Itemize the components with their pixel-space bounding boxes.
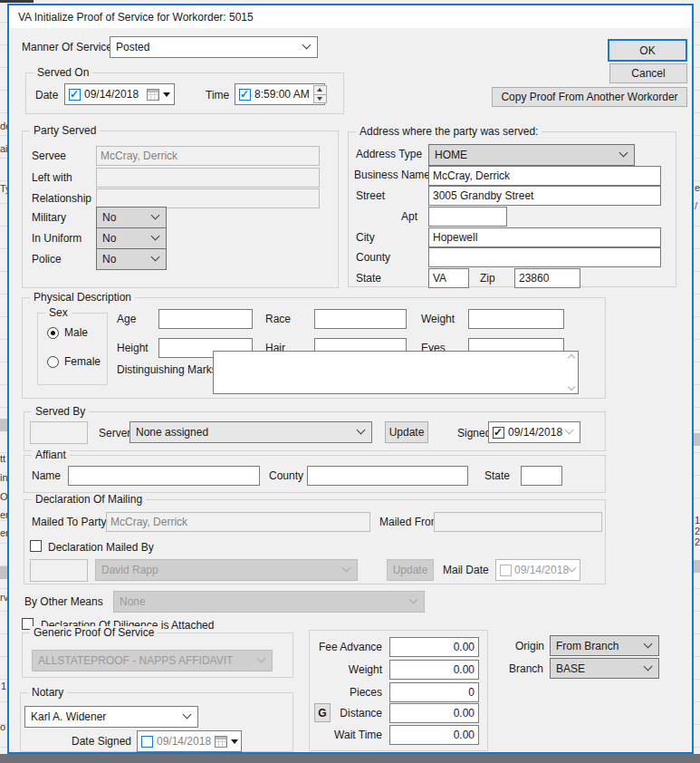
race-field[interactable] (314, 309, 407, 329)
in-uniform-label: In Uniform (32, 232, 82, 245)
declaration-mailed-by-checkbox[interactable] (30, 540, 42, 552)
female-radio[interactable] (47, 356, 59, 368)
branch-label: Branch (509, 662, 543, 675)
distinguishing-marks-textarea[interactable] (213, 351, 579, 394)
scrollbar-up-icon[interactable] (567, 354, 574, 362)
scrollbar-down-icon[interactable] (567, 383, 574, 391)
affiant-name-label: Name (32, 469, 61, 482)
notary-combo[interactable]: Karl A. Widener (24, 706, 198, 728)
pieces-field[interactable] (389, 682, 479, 702)
cancel-button[interactable]: Cancel (609, 63, 687, 83)
chevron-down-icon (644, 639, 653, 648)
county-label: County (356, 251, 390, 264)
physical-description-group-title: Physical Description (30, 291, 135, 304)
manner-of-service-combo[interactable]: Posted (110, 36, 318, 58)
distinguishing-marks-label: Distinguishing Marks (117, 363, 217, 376)
caret-down-icon[interactable] (163, 92, 170, 97)
address-type-combo[interactable]: HOME (428, 144, 635, 166)
signed-checkbox[interactable] (493, 427, 504, 439)
state-field[interactable] (428, 268, 469, 288)
background-window-left (0, 0, 7, 754)
notary-date-checkbox[interactable] (141, 736, 153, 748)
background-band (0, 566, 7, 579)
fee-advance-field[interactable] (389, 637, 479, 657)
mailer-id-field (30, 559, 88, 582)
background-band (694, 560, 700, 573)
served-time-checkbox[interactable] (239, 89, 251, 101)
spinner-up-icon[interactable] (314, 86, 326, 94)
branch-combo[interactable]: BASE (550, 658, 659, 679)
male-radio[interactable] (47, 327, 59, 339)
copy-proof-button[interactable]: Copy Proof From Another Workorder (492, 87, 687, 107)
dialog-title: VA Initialize Proof of Service for Worko… (18, 11, 254, 24)
served-time-picker[interactable]: 8:59:00 AM (235, 83, 325, 105)
pieces-label: Pieces (310, 686, 382, 699)
proof-of-service-dialog: VA Initialize Proof of Service for Worko… (7, 4, 694, 754)
dialog-titlebar[interactable]: VA Initialize Proof of Service for Worko… (9, 5, 692, 28)
sex-group-title: Sex (45, 306, 72, 320)
time-spinner[interactable] (313, 85, 327, 103)
by-other-means-value: None (120, 595, 146, 608)
notary-date-picker[interactable]: 09/14/2018 (137, 730, 242, 752)
mailed-from-label: Mailed From (379, 516, 440, 528)
affiant-name-field[interactable] (68, 466, 260, 486)
business-name-label: Business Name (354, 169, 430, 181)
apt-field[interactable] (428, 207, 507, 227)
background-text-fragment: / (695, 200, 697, 211)
fees-group: Fee Advance Weight Pieces G Distance Wai… (309, 630, 488, 751)
female-radio-row[interactable]: Female (47, 355, 101, 368)
mailer-combo: David Rapp (95, 559, 358, 581)
chevron-down-icon (357, 426, 366, 435)
server-combo[interactable]: None assigned (129, 421, 372, 443)
chevron-down-icon (409, 595, 418, 604)
police-combo[interactable]: No (96, 248, 167, 270)
served-date-picker[interactable]: 09/14/2018 (64, 83, 175, 105)
wait-time-field[interactable] (389, 725, 479, 745)
age-field[interactable] (158, 309, 253, 329)
race-label: Race (265, 313, 291, 325)
military-label: Military (32, 211, 66, 224)
street-field[interactable] (428, 186, 661, 206)
height-label: Height (117, 342, 149, 354)
generic-proof-value: ALLSTATEPROOF - NAPPS AFFIDAVIT (38, 654, 233, 667)
ok-button[interactable]: OK (608, 39, 687, 62)
spinner-down-icon[interactable] (314, 94, 326, 103)
business-name-field[interactable] (428, 166, 661, 186)
affiant-state-field[interactable] (521, 466, 562, 486)
manner-of-service-label: Manner Of Service (22, 41, 112, 53)
distance-label: Distance (310, 707, 382, 720)
in-uniform-combo[interactable]: No (96, 227, 167, 249)
distance-field[interactable] (389, 703, 479, 723)
textarea-scrollbar[interactable] (564, 352, 578, 393)
street-label: Street (356, 189, 385, 202)
city-field[interactable] (428, 227, 661, 247)
mail-date-value: 09/14/2018 (514, 564, 569, 576)
zip-label: Zip (480, 272, 495, 285)
zip-field[interactable] (514, 268, 580, 288)
chevron-down-icon (151, 232, 160, 241)
servee-label: Servee (32, 150, 66, 162)
fee-advance-label: Fee Advance (310, 641, 382, 653)
county-field[interactable] (428, 247, 661, 267)
time-label: Time (206, 89, 229, 101)
declaration-mailed-by-label: Declaration Mailed By (48, 541, 154, 554)
background-band (0, 419, 7, 431)
signed-date-combo[interactable]: 09/14/2018 (488, 421, 580, 443)
mailing-group: Declaration Of Mailing Mailed To Party M… (24, 499, 606, 584)
chevron-down-icon (183, 710, 192, 720)
origin-combo[interactable]: From Branch (550, 635, 659, 656)
weight-field[interactable] (468, 309, 564, 329)
background-text-fragment: tt (0, 453, 5, 464)
caret-down-icon[interactable] (231, 739, 238, 744)
fees-weight-field[interactable] (389, 660, 479, 680)
weight-label: Weight (421, 313, 455, 325)
affiant-county-field[interactable] (307, 466, 468, 486)
male-radio-row[interactable]: Male (47, 326, 88, 339)
served-date-checkbox[interactable] (69, 89, 81, 101)
served-on-group-title: Served On (34, 66, 92, 80)
background-text-fragment: e (695, 182, 700, 193)
female-label: Female (64, 355, 101, 368)
police-value: No (102, 253, 116, 266)
military-combo[interactable]: No (96, 207, 167, 228)
server-update-button[interactable]: Update (385, 421, 428, 443)
